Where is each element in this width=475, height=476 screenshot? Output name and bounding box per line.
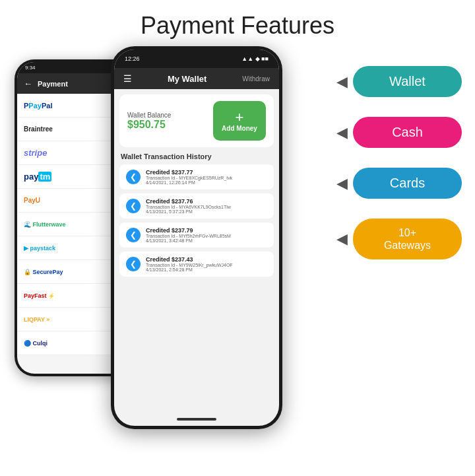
badges-area: ◀ Wallet ◀ Cash ◀ Cards ◀ 10+ Gateways xyxy=(336,66,462,259)
paytm-logo: paytm xyxy=(24,172,51,182)
menu-icon[interactable]: ☰ xyxy=(123,73,132,84)
page-title: Payment Features xyxy=(0,0,475,40)
tx-info-1: Credited $237.76 Transaction Id - MYA6VK… xyxy=(146,198,231,214)
tx-title-2: Credited $237.79 xyxy=(146,227,231,234)
wallet-header: ☰ My Wallet Withdraw xyxy=(114,68,279,89)
phone-front: 12:26 ▲▲ ◆ ■■ ☰ My Wallet Withdraw Walle… xyxy=(111,46,282,429)
tx-id-3: Transaction Id - MY9W25lKr_pwkuWJ4OF xyxy=(146,263,233,267)
cash-badge[interactable]: Cash xyxy=(353,117,462,148)
transaction-item: ❮ Credited $237.79 Transaction Id - MYf5… xyxy=(119,222,274,248)
culqi-logo: 🔵 Culqi xyxy=(24,340,48,347)
badge-row-cash: ◀ Cash xyxy=(336,117,462,148)
balance-amount: $950.75 xyxy=(127,119,171,131)
payfast-logo: PayFast ⚡ xyxy=(24,292,55,299)
transaction-item: ❮ Credited $237.76 Transaction Id - MYA6… xyxy=(119,193,274,219)
securepay-logo: 🔒 SecurePay xyxy=(24,269,63,275)
payu-logo: PayU xyxy=(24,197,40,204)
tx-title-1: Credited $237.76 xyxy=(146,198,231,205)
badge-row-cards: ◀ Cards xyxy=(336,168,462,199)
balance-block: Wallet Balance $950.75 xyxy=(127,112,171,131)
braintree-logo: Braintree xyxy=(24,125,53,133)
tx-date-1: 4/13/2021, 5:37:23 PM xyxy=(146,209,231,214)
tx-info-3: Credited $237.43 Transaction Id - MY9W25… xyxy=(146,256,233,272)
badge-row-gateways: ◀ 10+ Gateways xyxy=(336,219,462,259)
withdraw-button[interactable]: Withdraw xyxy=(242,75,270,83)
stripe-logo: stripe xyxy=(24,148,47,158)
tx-title-0: Credited $237.77 xyxy=(146,169,232,176)
back-phone-time: 9:34 xyxy=(25,65,36,71)
tx-id-0: Transaction Id - MYE8XCgkES5RUzR_tvk xyxy=(146,176,232,180)
tx-icon: ❮ xyxy=(126,199,141,213)
tx-icon: ❮ xyxy=(126,257,141,271)
back-arrow-icon: ← xyxy=(24,79,32,88)
arrow-cards-icon: ◀ xyxy=(336,175,348,192)
tx-date-3: 4/13/2021, 2:54:28 PM xyxy=(146,267,233,272)
transaction-list: ❮ Credited $237.77 Transaction Id - MYE8… xyxy=(119,164,274,277)
tx-id-1: Transaction Id - MYA6VKK7L9Oscks1Tlw xyxy=(146,205,231,209)
paypal-logo: PPayPal xyxy=(24,102,52,110)
badge-row-wallet: ◀ Wallet xyxy=(336,66,462,97)
add-money-button[interactable]: + Add Money xyxy=(213,101,266,141)
tx-info-2: Credited $237.79 Transaction Id - MYf5h2… xyxy=(146,227,231,243)
tx-date-0: 4/14/2021, 12:26:14 PM xyxy=(146,180,232,185)
home-indicator xyxy=(177,418,216,421)
plus-icon: + xyxy=(236,110,244,125)
phone-front-inner: 12:26 ▲▲ ◆ ■■ ☰ My Wallet Withdraw Walle… xyxy=(114,50,279,426)
transaction-item: ❮ Credited $237.43 Transaction Id - MY9W… xyxy=(119,252,274,277)
arrow-wallet-icon: ◀ xyxy=(336,73,348,90)
balance-label: Wallet Balance xyxy=(127,112,171,119)
wallet-balance-section: Wallet Balance $950.75 + Add Money xyxy=(119,94,274,147)
transactions-title: Wallet Transaction History xyxy=(119,153,274,160)
wallet-badge[interactable]: Wallet xyxy=(353,66,462,97)
main-area: 9:34 ▲ ◆ ■ ← Payment PPayPal Braintree s… xyxy=(0,46,475,476)
wallet-title: My Wallet xyxy=(168,74,206,84)
cards-badge[interactable]: Cards xyxy=(353,168,462,199)
transaction-section: Wallet Transaction History ❮ Credited $2… xyxy=(114,153,279,277)
tx-id-2: Transaction Id - MYf5h2rhFGv-WRL85sM xyxy=(146,234,231,238)
add-money-label: Add Money xyxy=(222,125,257,132)
liqpay-logo: LIQPAY » xyxy=(24,316,49,323)
phone-back-header-title: Payment xyxy=(38,80,68,88)
gateways-badge[interactable]: 10+ Gateways xyxy=(353,219,462,259)
front-phone-signal: ▲▲ ◆ ■■ xyxy=(241,55,269,62)
paystack-logo: ▶ paystack xyxy=(24,245,55,252)
arrow-gateways-icon: ◀ xyxy=(336,230,348,248)
arrow-cash-icon: ◀ xyxy=(336,124,348,141)
front-phone-time: 12:26 xyxy=(125,55,140,62)
tx-info-0: Credited $237.77 Transaction Id - MYE8XC… xyxy=(146,169,232,185)
tx-date-2: 4/13/2021, 3:42:48 PM xyxy=(146,238,231,243)
tx-title-3: Credited $237.43 xyxy=(146,256,233,263)
tx-icon: ❮ xyxy=(126,228,141,242)
tx-icon: ❮ xyxy=(126,170,141,184)
flutterwave-logo: 🌊 Flutterwave xyxy=(24,221,66,228)
transaction-item: ❮ Credited $237.77 Transaction Id - MYE8… xyxy=(119,164,274,189)
phone-status-bar: 12:26 ▲▲ ◆ ■■ xyxy=(114,50,279,68)
